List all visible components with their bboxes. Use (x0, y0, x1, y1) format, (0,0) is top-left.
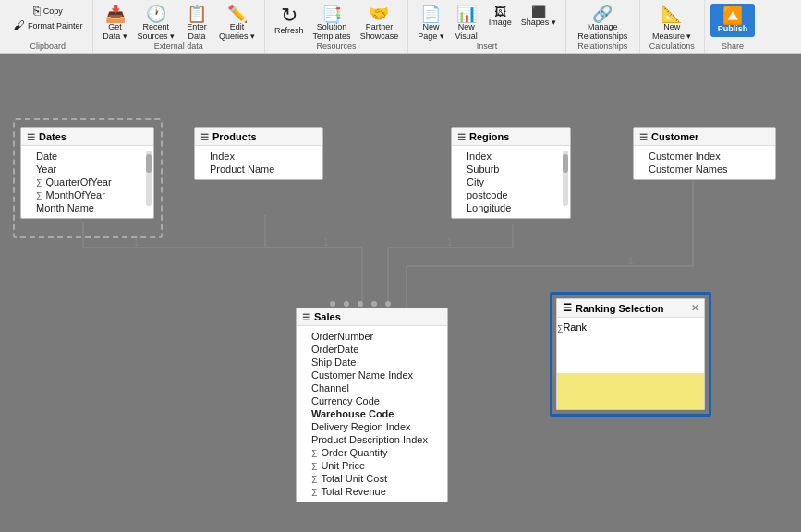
recent-sources-icon: 🕐 (146, 6, 166, 22)
regions-scrollbar[interactable] (563, 151, 568, 206)
list-item[interactable]: Customer Index (634, 150, 775, 163)
edit-queries-icon: ✏️ (227, 6, 248, 22)
list-item[interactable]: Customer Name Index (297, 369, 447, 381)
list-item[interactable]: ∑Rank (557, 321, 704, 332)
relationships-label: Relationships (566, 42, 639, 51)
regions-table: ☰ Regions Index Suburb City postcode Lon… (451, 127, 571, 219)
regions-table-header: ☰ Regions (452, 128, 570, 146)
list-item[interactable]: Customer Names (634, 163, 775, 175)
list-item[interactable]: ∑Total Unit Cost (297, 472, 447, 485)
solution-templates-button[interactable]: 📑 SolutionTemplates (309, 4, 355, 42)
image-button[interactable]: 🖼 Image (485, 4, 516, 29)
list-item[interactable]: Warehouse Code (297, 407, 447, 420)
products-table: ☰ Products Index Product Name (194, 127, 323, 180)
edit-queries-button[interactable]: ✏️ EditQueries ▾ (215, 4, 259, 42)
table-icon: ☰ (200, 132, 209, 142)
svg-point-18 (371, 301, 377, 307)
ribbon-group-relationships: 🔗 ManageRelationships Relationships (566, 0, 640, 53)
enter-data-icon: 📋 (187, 6, 207, 22)
manage-relationships-button[interactable]: 🔗 ManageRelationships (574, 4, 631, 42)
publish-icon: 🔼 (722, 7, 743, 24)
format-painter-icon: 🖌 (13, 19, 25, 31)
format-painter-button[interactable]: 🖌 Format Painter (9, 18, 87, 32)
list-item[interactable]: ∑Total Revenue (297, 485, 447, 498)
list-item[interactable]: Date (21, 150, 153, 163)
calculations-label: Calculations (640, 42, 704, 51)
list-item[interactable]: Product Description Index (297, 433, 447, 446)
list-item[interactable]: OrderDate (297, 343, 447, 356)
list-item[interactable]: Currency Code (297, 394, 447, 407)
ranking-table-body: ∑Rank (557, 318, 704, 373)
list-item[interactable]: Delivery Region Index (297, 420, 447, 433)
copy-button[interactable]: ⎘ Copy (9, 4, 87, 18)
list-item[interactable]: Ship Date (297, 356, 447, 369)
list-item[interactable]: Suburb (452, 163, 570, 175)
publish-button[interactable]: 🔼 Publish (710, 4, 756, 37)
list-item[interactable]: postcode (452, 188, 570, 201)
list-item[interactable]: ∑QuarterOfYear (21, 175, 153, 188)
svg-point-15 (330, 301, 335, 307)
partner-showcase-button[interactable]: 🤝 PartnerShowcase (357, 4, 403, 42)
list-item[interactable]: Year (21, 163, 153, 175)
list-item[interactable]: ∑Order Quantity (297, 446, 447, 459)
new-measure-button[interactable]: 📐 NewMeasure ▾ (649, 4, 696, 42)
partner-showcase-icon: 🤝 (369, 6, 389, 22)
svg-point-17 (358, 301, 363, 307)
list-item[interactable]: City (452, 175, 570, 188)
shapes-button[interactable]: ⬛ Shapes ▾ (517, 4, 560, 29)
new-page-icon: 📄 (420, 6, 441, 22)
sales-table-header: ☰ Sales (297, 308, 447, 326)
ribbon-group-share: 🔼 Publish Share (705, 0, 761, 53)
ranking-selection-header: ☰ Ranking Selection ✕ (557, 299, 704, 318)
ribbon-group-calculations: 📐 NewMeasure ▾ Calculations (640, 0, 705, 53)
refresh-button[interactable]: ↻ Refresh (271, 4, 308, 37)
new-visual-button[interactable]: 📊 NewVisual (450, 4, 483, 42)
list-item[interactable]: ∑MonthOfYear (21, 188, 153, 201)
new-page-button[interactable]: 📄 NewPage ▾ (414, 4, 448, 42)
customer-table-header: ☰ Customer (634, 128, 775, 146)
image-icon: 🖼 (494, 6, 506, 18)
customer-table-body: Customer Index Customer Names (634, 146, 775, 179)
enter-data-button[interactable]: 📋 EnterData (180, 4, 213, 42)
list-item[interactable]: Product Name (195, 163, 322, 175)
dates-table-header: ☰ Dates (21, 128, 153, 146)
svg-text:1: 1 (628, 256, 634, 266)
new-visual-icon: 📊 (456, 6, 477, 22)
copy-icon: ⎘ (33, 5, 41, 17)
table-icon: ☰ (639, 132, 648, 142)
list-item[interactable]: Channel (297, 381, 447, 394)
list-item[interactable]: Index (195, 150, 322, 163)
table-icon: ☰ (302, 312, 310, 322)
dates-table: ☰ Dates Date Year ∑QuarterOfYear ∑MonthO… (20, 127, 154, 219)
dates-scrollbar[interactable] (146, 151, 152, 206)
ranking-selection-table: ☰ Ranking Selection ✕ ∑Rank (556, 298, 705, 410)
solution-templates-icon: 📑 (322, 6, 342, 22)
new-measure-icon: 📐 (661, 6, 682, 22)
refresh-icon: ↻ (281, 6, 297, 26)
regions-table-body: Index Suburb City postcode Longitude (452, 146, 570, 218)
table-icon: ☰ (457, 132, 466, 142)
list-item[interactable]: Month Name (21, 201, 153, 214)
resources-label: Resources (265, 42, 407, 51)
list-item[interactable]: OrderNumber (297, 330, 447, 343)
get-data-button[interactable]: 📥 GetData ▾ (99, 4, 132, 42)
list-item[interactable]: Index (452, 150, 570, 163)
diagram-canvas: 1 1 1 1 ☰ Dates Date Year ∑QuarterOfYear (0, 54, 801, 532)
svg-point-19 (385, 301, 391, 307)
ranking-close-icon[interactable]: ✕ (691, 303, 698, 313)
customer-table: ☰ Customer Customer Index Customer Names (633, 127, 776, 180)
ribbon-group-insert: 📄 NewPage ▾ 📊 NewVisual 🖼 Image ⬛ Shapes… (408, 0, 566, 53)
recent-sources-button[interactable]: 🕐 RecentSources ▾ (134, 4, 179, 42)
list-item[interactable]: Longitude (452, 201, 570, 214)
external-data-label: External data (93, 42, 265, 51)
list-item[interactable]: ∑Unit Price (297, 459, 447, 472)
ribbon-group-external-data: 📥 GetData ▾ 🕐 RecentSources ▾ 📋 EnterDat… (93, 0, 266, 53)
products-table-body: Index Product Name (195, 146, 322, 179)
svg-text:1: 1 (323, 237, 329, 248)
insert-label: Insert (408, 42, 565, 51)
get-data-icon: 📥 (105, 6, 126, 22)
clipboard-label: Clipboard (4, 42, 92, 51)
products-table-header: ☰ Products (195, 128, 322, 146)
ribbon: ⎘ Copy 🖌 Format Painter Clipboard 📥 GetD… (0, 0, 801, 54)
sales-table: ☰ Sales OrderNumber OrderDate Ship Date … (296, 308, 448, 502)
